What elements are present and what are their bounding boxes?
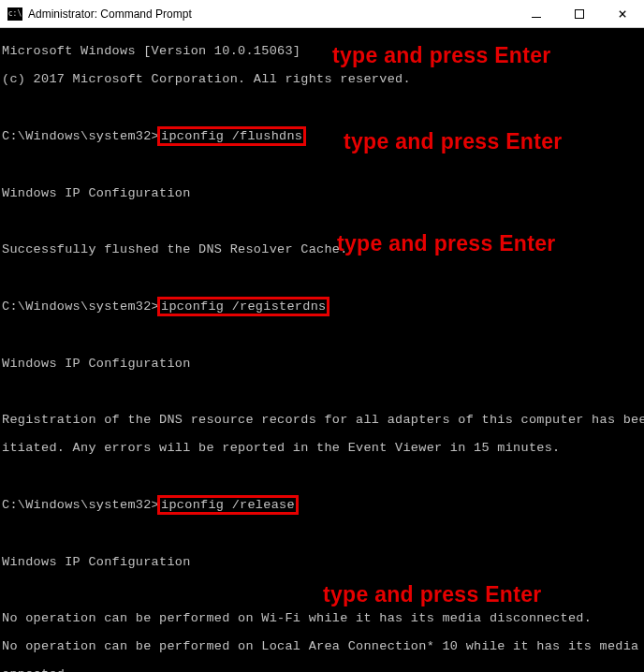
cmd-registerdns: ipconfig /registerdns [159, 299, 328, 314]
annotation-4: type and press Enter [323, 582, 542, 607]
ipconfig-header: Windows IP Configuration [2, 555, 642, 569]
copyright-line: (c) 2017 Microsoft Corporation. All righ… [2, 72, 642, 86]
prompt-line-2: C:\Windows\system32>ipconfig /registerdn… [2, 299, 642, 314]
ipconfig-header: Windows IP Configuration [2, 186, 642, 200]
titlebar: c:\ Administrator: Command Prompt × [0, 0, 644, 28]
cmd-icon: c:\ [7, 7, 22, 21]
noop-wifi: No operation can be performed on Wi-Fi w… [2, 611, 642, 625]
window-title: Administrator: Command Prompt [28, 7, 192, 21]
minimize-button[interactable] [515, 0, 558, 27]
prompt-line-3: C:\Windows\system32>ipconfig /release [2, 497, 642, 513]
noop-lac: onnected. [2, 667, 642, 672]
cmd-release: ipconfig /release [159, 497, 297, 513]
annotation-3: type and press Enter [337, 231, 556, 256]
ipconfig-header: Windows IP Configuration [2, 357, 642, 371]
close-button[interactable]: × [601, 0, 644, 27]
maximize-button[interactable] [558, 0, 601, 27]
register-output: Registration of the DNS resource records… [2, 413, 642, 427]
terminal-area[interactable]: Microsoft Windows [Version 10.0.15063] (… [0, 28, 644, 672]
annotation-2: type and press Enter [344, 129, 563, 154]
annotation-1: type and press Enter [332, 43, 551, 68]
cmd-flushdns: ipconfig /flushdns [159, 128, 304, 144]
register-output: itiated. Any errors will be reported in … [2, 441, 642, 455]
window-controls: × [515, 0, 644, 27]
noop-lac: No operation can be performed on Local A… [2, 639, 642, 653]
